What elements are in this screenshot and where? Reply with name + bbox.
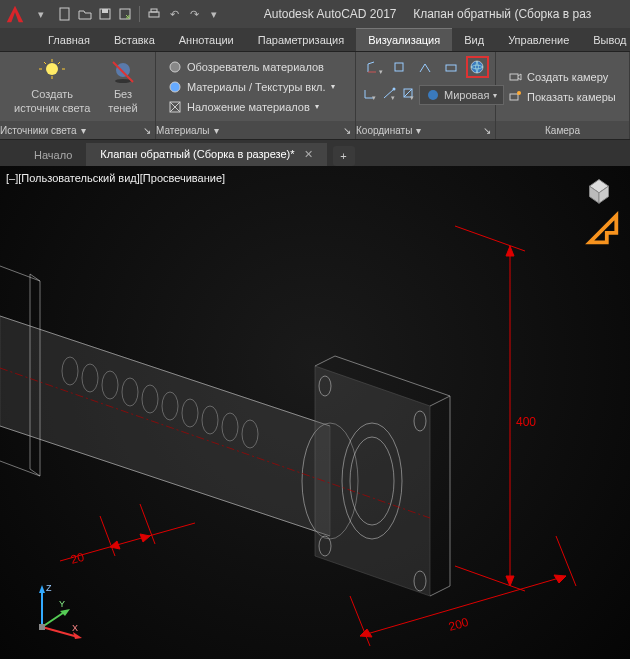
dimension-20: 20 <box>69 550 86 567</box>
window-title: Autodesk AutoCAD 2017 Клапан обратный (С… <box>229 7 626 21</box>
no-shadow-button[interactable]: Без теней <box>102 56 143 116</box>
panel-lights: Создать источник света Без теней Источни… <box>0 52 156 139</box>
app-logo[interactable] <box>4 3 26 25</box>
svg-text:Z: Z <box>46 583 52 593</box>
material-browser-label: Обозреватель материалов <box>187 61 324 73</box>
material-textures-button[interactable]: Материалы / Текстуры вкл. ▾ <box>164 78 339 96</box>
dimension-200: 200 <box>447 615 470 634</box>
material-textures-label: Материалы / Текстуры вкл. <box>187 81 326 93</box>
material-overlay-button[interactable]: Наложение материалов ▾ <box>164 98 339 116</box>
ucs-icon-1[interactable]: ▾ <box>362 56 385 78</box>
ucs-icon-6[interactable]: ▾ <box>381 82 397 104</box>
panel-lights-label[interactable]: Источники света ▾ ↘ <box>0 121 155 139</box>
model-canvas: 400 200 20 <box>0 166 630 659</box>
panel-materials-label[interactable]: Материалы ▾ ↘ <box>156 121 355 139</box>
show-cameras-button[interactable]: Показать камеры <box>504 88 620 106</box>
redo-icon[interactable]: ↷ <box>185 5 203 23</box>
chevron-down-icon: ▾ <box>331 82 335 91</box>
panel-camera: Создать камеру Показать камеры Камера <box>496 52 630 139</box>
undo-icon[interactable]: ↶ <box>165 5 183 23</box>
svg-line-11 <box>44 62 46 64</box>
tab-view[interactable]: Вид <box>452 29 496 51</box>
plot-icon[interactable] <box>145 5 163 23</box>
svg-line-46 <box>455 226 525 251</box>
ucs-world-label: Мировая <box>444 89 489 101</box>
doc-tab-add[interactable]: + <box>333 146 355 166</box>
svg-point-27 <box>517 91 521 95</box>
panel-coords: ▾ ▾ ▾ ▾ Мировая ▾ Координаты ▾ ↘ <box>356 52 496 139</box>
ucs-icon-5[interactable]: ▾ <box>362 82 378 104</box>
chevron-down-icon: ▾ <box>214 125 219 136</box>
svg-rect-5 <box>151 9 157 12</box>
ucs-world-combo[interactable]: Мировая ▾ <box>419 85 504 105</box>
no-shadow-label: Без теней <box>108 88 137 114</box>
new-icon[interactable] <box>56 5 74 23</box>
close-icon[interactable]: ✕ <box>304 148 313 160</box>
doc-tab-home[interactable]: Начало <box>20 144 86 166</box>
panel-materials: Обозреватель материалов Материалы / Текс… <box>156 52 356 139</box>
create-light-label: Создать источник света <box>14 88 90 114</box>
dialog-launcher-icon[interactable]: ↘ <box>143 125 151 136</box>
chevron-down-icon: ▾ <box>315 102 319 111</box>
ribbon-body: Создать источник света Без теней Источни… <box>0 52 630 140</box>
svg-rect-19 <box>395 63 403 71</box>
ucs-icon-4[interactable] <box>440 56 463 78</box>
document-tabs: Начало Клапан обратный (Сборка в разрезе… <box>0 140 630 166</box>
saveas-icon[interactable] <box>116 5 134 23</box>
create-camera-button[interactable]: Создать камеру <box>504 68 620 86</box>
svg-point-21 <box>471 61 483 73</box>
svg-rect-20 <box>446 65 456 71</box>
svg-rect-61 <box>39 624 45 630</box>
dimension-400: 400 <box>516 415 536 429</box>
svg-point-24 <box>428 90 438 100</box>
titlebar: ▾ ↶ ↷ ▾ Autodesk AutoCAD 2017 Клапан обр… <box>0 0 630 28</box>
ucs-globe-button[interactable] <box>466 56 489 78</box>
tab-output[interactable]: Вывод <box>581 29 630 51</box>
svg-point-16 <box>170 62 180 72</box>
viewport[interactable]: [–][Пользовательский вид][Просвечивание] <box>0 166 630 659</box>
svg-point-17 <box>170 82 180 92</box>
ribbon-tabs: Главная Вставка Аннотации Параметризация… <box>0 28 630 52</box>
create-light-button[interactable]: Создать источник света <box>8 56 96 116</box>
doc-tab-active[interactable]: Клапан обратный (Сборка в разрезе)* ✕ <box>86 143 326 166</box>
svg-rect-0 <box>60 8 69 20</box>
app-menu-dropdown-icon[interactable]: ▾ <box>32 5 50 23</box>
svg-rect-25 <box>510 74 518 80</box>
tab-manage[interactable]: Управление <box>496 29 581 51</box>
svg-point-13 <box>116 63 130 77</box>
tab-insert[interactable]: Вставка <box>102 29 167 51</box>
material-browser-button[interactable]: Обозреватель материалов <box>164 58 339 76</box>
dialog-launcher-icon[interactable]: ↘ <box>483 125 491 136</box>
svg-line-59 <box>42 611 66 627</box>
tab-home[interactable]: Главная <box>36 29 102 51</box>
svg-line-52 <box>100 516 115 556</box>
svg-line-49 <box>350 596 370 646</box>
svg-line-12 <box>58 62 60 64</box>
svg-point-22 <box>393 88 396 91</box>
ucs-icon-7[interactable]: ▾ <box>400 82 416 104</box>
ucs-icon-2[interactable] <box>388 56 411 78</box>
open-icon[interactable] <box>76 5 94 23</box>
svg-line-47 <box>455 566 525 591</box>
chevron-down-icon: ▾ <box>416 125 421 136</box>
tab-annotate[interactable]: Аннотации <box>167 29 246 51</box>
svg-text:Y: Y <box>59 599 65 609</box>
quick-access-toolbar: ↶ ↷ ▾ <box>56 5 223 23</box>
qat-dropdown-icon[interactable]: ▾ <box>205 5 223 23</box>
ucs-icon-3[interactable] <box>414 56 437 78</box>
material-overlay-label: Наложение материалов <box>187 101 310 113</box>
panel-coords-label[interactable]: Координаты ▾ ↘ <box>356 121 495 139</box>
tab-parametric[interactable]: Параметризация <box>246 29 356 51</box>
ucs-gizmo[interactable]: Z X Y <box>24 581 84 641</box>
svg-rect-4 <box>149 12 159 17</box>
chevron-down-icon: ▾ <box>81 125 86 136</box>
save-icon[interactable] <box>96 5 114 23</box>
svg-point-14 <box>115 79 131 83</box>
panel-camera-label[interactable]: Камера <box>496 121 629 139</box>
tab-visualize[interactable]: Визуализация <box>356 28 452 51</box>
svg-text:X: X <box>72 623 78 633</box>
svg-point-6 <box>46 63 58 75</box>
show-cameras-label: Показать камеры <box>527 91 616 103</box>
dialog-launcher-icon[interactable]: ↘ <box>343 125 351 136</box>
title-app: Autodesk AutoCAD 2017 <box>264 7 397 21</box>
